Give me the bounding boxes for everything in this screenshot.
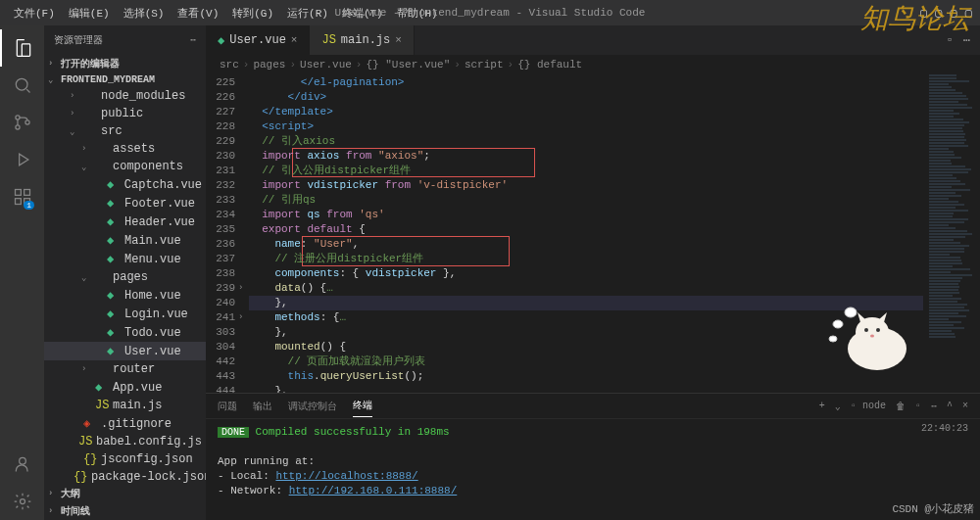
- menu-item[interactable]: 文件(F): [8, 4, 61, 23]
- breadcrumb-item[interactable]: {} default: [517, 59, 582, 71]
- local-url-link[interactable]: http://localhost:8888/: [275, 470, 417, 482]
- file-item[interactable]: ◆Login.vue: [44, 305, 206, 323]
- search-icon[interactable]: [0, 67, 44, 104]
- terminal-output[interactable]: DONE Compiled successfully in 198ms App …: [206, 419, 980, 520]
- code-line[interactable]: // 引用qs: [249, 193, 923, 208]
- breadcrumb[interactable]: src›pages›User.vue›{} "User.vue"›script›…: [206, 55, 980, 74]
- editor-tab[interactable]: JSmain.js×: [310, 25, 414, 55]
- file-item[interactable]: ◆Todo.vue: [44, 323, 206, 342]
- terminal-tab[interactable]: 问题: [218, 396, 237, 417]
- file-item[interactable]: ◆Main.vue: [44, 231, 206, 250]
- folder-item[interactable]: ⌄pages: [44, 268, 206, 286]
- folder-item[interactable]: ⌄src: [44, 122, 206, 140]
- section-open-editors[interactable]: ›打开的编辑器: [44, 55, 206, 72]
- breadcrumb-item[interactable]: src: [220, 59, 239, 71]
- folder-item[interactable]: ›router: [44, 360, 206, 378]
- code-line[interactable]: import axios from "axios";: [249, 149, 923, 164]
- breadcrumb-item[interactable]: script: [465, 59, 504, 71]
- file-item[interactable]: ◆User.vue: [44, 342, 206, 360]
- section-outline[interactable]: ›大纲: [44, 485, 206, 502]
- terminal-tab[interactable]: 终端: [353, 395, 372, 417]
- code-line[interactable]: </div>: [249, 90, 923, 105]
- terminal-tab[interactable]: 调试控制台: [288, 396, 337, 417]
- code-line[interactable]: },: [249, 296, 923, 310]
- file-item[interactable]: ◆App.vue: [44, 378, 206, 397]
- code-content[interactable]: </el-pagination> </div> </template> <scr…: [249, 74, 923, 393]
- maximize-icon[interactable]: ^: [947, 401, 953, 411]
- run-debug-icon[interactable]: [0, 141, 44, 178]
- close-icon[interactable]: ×: [291, 34, 298, 46]
- terminal-tabs: 问题输出调试控制台终端 +⌄ ▫ node 🗑 ▫ ⋯ ^ ×: [206, 394, 980, 419]
- minimap[interactable]: [923, 74, 980, 393]
- terminal-select[interactable]: ▫ node: [851, 401, 886, 411]
- editor-tab[interactable]: ◆User.vue×: [206, 25, 310, 55]
- code-line[interactable]: components: { vdistpicker },: [249, 266, 923, 281]
- breadcrumb-item[interactable]: User.vue: [300, 59, 352, 71]
- breadcrumb-item[interactable]: pages: [253, 59, 285, 71]
- svg-rect-5: [15, 199, 21, 205]
- explorer-icon[interactable]: [0, 29, 44, 67]
- folder-item[interactable]: ⌄components: [44, 158, 206, 175]
- menu-item[interactable]: 运行(R): [281, 4, 334, 23]
- terminal-panel: 问题输出调试控制台终端 +⌄ ▫ node 🗑 ▫ ⋯ ^ × 22:40:23…: [206, 393, 980, 520]
- file-item[interactable]: ◆Header.vue: [44, 213, 206, 231]
- file-item[interactable]: ◈.gitignore: [44, 414, 206, 433]
- code-line[interactable]: },: [249, 384, 923, 393]
- file-item[interactable]: ◆Captcha.vue: [44, 175, 206, 194]
- file-item[interactable]: JSmain.js: [44, 397, 206, 414]
- menu-item[interactable]: 转到(G): [226, 4, 279, 23]
- more-icon[interactable]: ⋯: [190, 34, 196, 46]
- section-timeline[interactable]: ›时间线: [44, 502, 206, 520]
- section-project[interactable]: ⌄FRONTEND_MYDREAM: [44, 72, 206, 87]
- file-item[interactable]: {}jsconfig.json: [44, 450, 206, 468]
- code-line[interactable]: <script>: [249, 119, 923, 134]
- add-terminal-icon[interactable]: +: [819, 401, 825, 411]
- terminal-time: 22:40:23: [921, 423, 968, 434]
- file-item[interactable]: ◆Footer.vue: [44, 194, 206, 213]
- file-item[interactable]: ◆Menu.vue: [44, 250, 206, 268]
- code-line[interactable]: › methods: {…: [249, 310, 923, 325]
- menu-item[interactable]: 编辑(E): [63, 4, 116, 23]
- breadcrumb-item[interactable]: {} "User.vue": [366, 59, 450, 71]
- menu-item[interactable]: 选择(S): [118, 4, 171, 23]
- code-line[interactable]: // 引入公用distpicker组件: [249, 164, 923, 178]
- folder-item[interactable]: ›assets: [44, 140, 206, 158]
- watermark-cat-image: [823, 295, 921, 373]
- code-line[interactable]: mounted() {: [249, 340, 923, 355]
- dropdown-icon[interactable]: ⌄: [835, 401, 841, 412]
- code-line[interactable]: name: "User",: [249, 237, 923, 252]
- svg-point-0: [16, 78, 27, 90]
- file-item[interactable]: JSbabel.config.js: [44, 433, 206, 450]
- account-icon[interactable]: [0, 446, 44, 483]
- folder-item[interactable]: ›node_modules: [44, 87, 206, 105]
- menu-item[interactable]: 查看(V): [172, 4, 224, 23]
- more-icon[interactable]: ⋯: [931, 401, 937, 412]
- code-line[interactable]: // 引入axios: [249, 134, 923, 149]
- code-line[interactable]: import vdistpicker from 'v-distpicker': [249, 178, 923, 193]
- watermark-csdn: CSDN @小花皮猪: [892, 501, 974, 516]
- trash-icon[interactable]: 🗑: [896, 401, 906, 412]
- code-line[interactable]: import qs from 'qs': [249, 208, 923, 222]
- file-item[interactable]: ◆Home.vue: [44, 286, 206, 305]
- fold-icon[interactable]: ›: [238, 310, 243, 325]
- network-url-link[interactable]: http://192.168.0.111:8888/: [289, 485, 458, 496]
- code-line[interactable]: // 注册公用distpicker组件: [249, 252, 923, 266]
- extensions-icon[interactable]: 1: [0, 178, 44, 215]
- code-line[interactable]: // 页面加载就渲染用户列表: [249, 355, 923, 369]
- code-line[interactable]: export default {: [249, 222, 923, 237]
- code-line[interactable]: this.queryUserList();: [249, 369, 923, 384]
- terminal-tab[interactable]: 输出: [253, 396, 272, 417]
- fold-icon[interactable]: ›: [238, 281, 243, 296]
- folder-item[interactable]: ›public: [44, 105, 206, 122]
- close-panel-icon[interactable]: ×: [962, 401, 968, 411]
- close-icon[interactable]: ×: [395, 34, 402, 46]
- code-line[interactable]: › data() {…: [249, 281, 923, 296]
- code-line[interactable]: </template>: [249, 105, 923, 119]
- source-control-icon[interactable]: [0, 104, 44, 141]
- gear-icon[interactable]: [0, 483, 44, 520]
- split-terminal-icon[interactable]: ▫: [915, 401, 921, 411]
- svg-point-17: [829, 336, 837, 342]
- file-item[interactable]: {}package-lock.json: [44, 468, 206, 485]
- code-line[interactable]: </el-pagination>: [249, 75, 923, 90]
- code-line[interactable]: },: [249, 325, 923, 340]
